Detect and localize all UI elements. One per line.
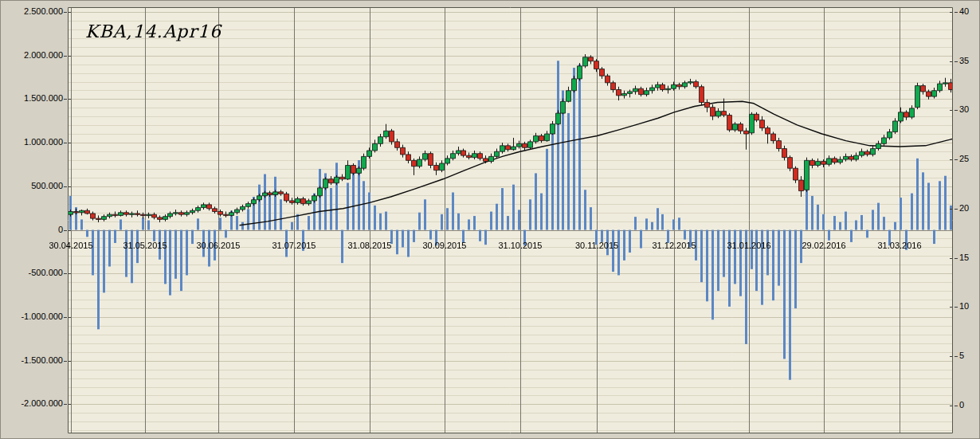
left-axis-tick-label: -1.500.000	[1, 355, 63, 366]
right-axis-tick-label: 15	[959, 253, 969, 263]
chart-title: KBA,14.Apr16	[85, 22, 221, 41]
x-axis-tick-label: 31.07.2015	[272, 241, 316, 250]
left-axis-tick-mark	[64, 273, 67, 274]
left-axis-tick-label: 1.500.000	[1, 93, 63, 104]
left-axis-tick-label: -2.000.000	[1, 398, 63, 409]
left-axis-tick-mark	[64, 361, 67, 362]
chart-window: { "window": { "title": "KBA,14.Apr16" },…	[0, 0, 980, 439]
left-axis-tick-label: -500.000	[1, 268, 63, 278]
right-axis-tick-label: 20	[959, 203, 969, 214]
right-axis-tick-mark	[955, 307, 958, 308]
right-axis-tick-label: 5	[959, 351, 964, 361]
x-axis-tick-label: 31.01.2016	[727, 241, 770, 250]
x-axis-tick-label: 30.06.2015	[196, 241, 240, 250]
x-axis-tick-label: 31.08.2015	[347, 241, 391, 250]
left-axis-tick-label: 2.000.000	[1, 50, 63, 61]
left-axis-tick-mark	[64, 186, 67, 187]
right-axis-tick-label: 30	[959, 104, 969, 115]
x-axis-tick-label: 30.04.2015	[49, 241, 92, 250]
right-axis-tick-label: 35	[959, 56, 969, 66]
left-axis-tick-mark	[64, 12, 67, 13]
right-axis-tick-label: 10	[959, 301, 969, 312]
right-axis-tick-mark	[955, 110, 958, 111]
left-axis-tick-label: 500.000	[1, 181, 63, 191]
left-axis-tick-mark	[64, 56, 67, 57]
x-axis-tick-label: 31.05.2015	[123, 241, 167, 250]
x-axis-tick-label: 31.03.2016	[877, 241, 921, 250]
x-axis-tick-label: 31.10.2015	[498, 241, 542, 250]
left-axis-tick-mark	[64, 99, 67, 100]
right-axis-tick-mark	[955, 209, 958, 210]
right-axis-tick-label: 40	[959, 6, 969, 17]
left-axis-tick-label: -1.000.000	[1, 312, 63, 322]
x-axis-tick-label: 31.12.2015	[653, 241, 696, 250]
left-axis-tick-label: 1.000.000	[1, 137, 63, 147]
x-axis-tick-label: 30.11.2015	[575, 241, 618, 250]
left-axis-tick-mark	[64, 230, 67, 231]
x-axis-tick-label: 29.02.2016	[802, 241, 845, 250]
x-axis-tick-label: 30.09.2015	[422, 241, 466, 250]
right-axis-tick-mark	[955, 406, 958, 406]
right-axis-tick-mark	[955, 159, 958, 160]
left-axis-tick-mark	[64, 317, 67, 318]
right-axis-tick-mark	[955, 356, 958, 357]
left-axis-tick-mark	[64, 143, 67, 143]
left-axis-tick-label: 0	[1, 225, 63, 235]
right-axis-tick-label: 25	[959, 154, 969, 164]
right-axis-tick-mark	[955, 12, 958, 13]
left-axis-tick-mark	[64, 404, 67, 405]
left-axis-tick-label: 2.500.000	[1, 6, 63, 17]
price-volume-chart-canvas[interactable]	[68, 7, 953, 433]
right-axis-tick-label: 0	[959, 400, 964, 410]
right-axis-tick-mark	[955, 61, 958, 62]
right-axis-tick-mark	[955, 258, 958, 259]
